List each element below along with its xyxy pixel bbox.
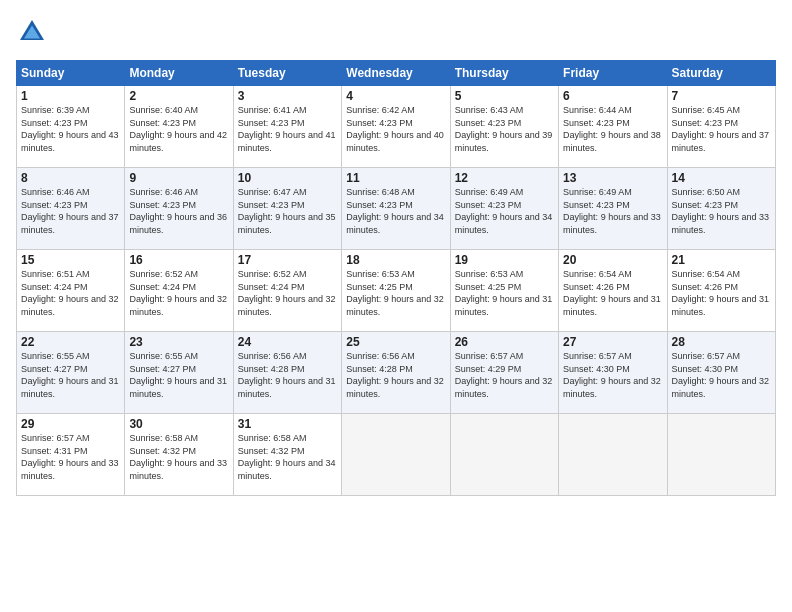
- day-number: 3: [238, 89, 337, 103]
- cell-info: Sunrise: 6:57 AM Sunset: 4:31 PM Dayligh…: [21, 432, 120, 482]
- calendar-week-row: 1 Sunrise: 6:39 AM Sunset: 4:23 PM Dayli…: [17, 86, 776, 168]
- calendar-table: Sunday Monday Tuesday Wednesday Thursday…: [16, 60, 776, 496]
- cell-info: Sunrise: 6:53 AM Sunset: 4:25 PM Dayligh…: [346, 268, 445, 318]
- table-row: 9 Sunrise: 6:46 AM Sunset: 4:23 PM Dayli…: [125, 168, 233, 250]
- day-number: 18: [346, 253, 445, 267]
- cell-info: Sunrise: 6:50 AM Sunset: 4:23 PM Dayligh…: [672, 186, 771, 236]
- day-number: 20: [563, 253, 662, 267]
- col-monday: Monday: [125, 61, 233, 86]
- logo-icon: [16, 16, 48, 48]
- cell-info: Sunrise: 6:55 AM Sunset: 4:27 PM Dayligh…: [129, 350, 228, 400]
- table-row: 4 Sunrise: 6:42 AM Sunset: 4:23 PM Dayli…: [342, 86, 450, 168]
- day-number: 13: [563, 171, 662, 185]
- cell-info: Sunrise: 6:40 AM Sunset: 4:23 PM Dayligh…: [129, 104, 228, 154]
- cell-info: Sunrise: 6:46 AM Sunset: 4:23 PM Dayligh…: [129, 186, 228, 236]
- day-number: 8: [21, 171, 120, 185]
- cell-info: Sunrise: 6:39 AM Sunset: 4:23 PM Dayligh…: [21, 104, 120, 154]
- cell-info: Sunrise: 6:49 AM Sunset: 4:23 PM Dayligh…: [563, 186, 662, 236]
- day-number: 11: [346, 171, 445, 185]
- table-row: 1 Sunrise: 6:39 AM Sunset: 4:23 PM Dayli…: [17, 86, 125, 168]
- calendar-header-row: Sunday Monday Tuesday Wednesday Thursday…: [17, 61, 776, 86]
- table-row: 27 Sunrise: 6:57 AM Sunset: 4:30 PM Dayl…: [559, 332, 667, 414]
- day-number: 9: [129, 171, 228, 185]
- day-number: 26: [455, 335, 554, 349]
- table-row: 31 Sunrise: 6:58 AM Sunset: 4:32 PM Dayl…: [233, 414, 341, 496]
- calendar-week-row: 22 Sunrise: 6:55 AM Sunset: 4:27 PM Dayl…: [17, 332, 776, 414]
- day-number: 25: [346, 335, 445, 349]
- cell-info: Sunrise: 6:57 AM Sunset: 4:30 PM Dayligh…: [672, 350, 771, 400]
- table-row: 22 Sunrise: 6:55 AM Sunset: 4:27 PM Dayl…: [17, 332, 125, 414]
- cell-info: Sunrise: 6:48 AM Sunset: 4:23 PM Dayligh…: [346, 186, 445, 236]
- cell-info: Sunrise: 6:55 AM Sunset: 4:27 PM Dayligh…: [21, 350, 120, 400]
- day-number: 30: [129, 417, 228, 431]
- table-row: 11 Sunrise: 6:48 AM Sunset: 4:23 PM Dayl…: [342, 168, 450, 250]
- table-row: 13 Sunrise: 6:49 AM Sunset: 4:23 PM Dayl…: [559, 168, 667, 250]
- header: [16, 16, 776, 48]
- table-row: 18 Sunrise: 6:53 AM Sunset: 4:25 PM Dayl…: [342, 250, 450, 332]
- table-row: 3 Sunrise: 6:41 AM Sunset: 4:23 PM Dayli…: [233, 86, 341, 168]
- cell-info: Sunrise: 6:52 AM Sunset: 4:24 PM Dayligh…: [129, 268, 228, 318]
- table-row: 8 Sunrise: 6:46 AM Sunset: 4:23 PM Dayli…: [17, 168, 125, 250]
- day-number: 23: [129, 335, 228, 349]
- calendar-week-row: 29 Sunrise: 6:57 AM Sunset: 4:31 PM Dayl…: [17, 414, 776, 496]
- day-number: 1: [21, 89, 120, 103]
- table-row: 21 Sunrise: 6:54 AM Sunset: 4:26 PM Dayl…: [667, 250, 775, 332]
- cell-info: Sunrise: 6:49 AM Sunset: 4:23 PM Dayligh…: [455, 186, 554, 236]
- table-row: [450, 414, 558, 496]
- day-number: 17: [238, 253, 337, 267]
- table-row: [667, 414, 775, 496]
- table-row: 25 Sunrise: 6:56 AM Sunset: 4:28 PM Dayl…: [342, 332, 450, 414]
- day-number: 7: [672, 89, 771, 103]
- day-number: 21: [672, 253, 771, 267]
- table-row: 20 Sunrise: 6:54 AM Sunset: 4:26 PM Dayl…: [559, 250, 667, 332]
- calendar-week-row: 8 Sunrise: 6:46 AM Sunset: 4:23 PM Dayli…: [17, 168, 776, 250]
- cell-info: Sunrise: 6:57 AM Sunset: 4:30 PM Dayligh…: [563, 350, 662, 400]
- col-wednesday: Wednesday: [342, 61, 450, 86]
- table-row: 14 Sunrise: 6:50 AM Sunset: 4:23 PM Dayl…: [667, 168, 775, 250]
- calendar-week-row: 15 Sunrise: 6:51 AM Sunset: 4:24 PM Dayl…: [17, 250, 776, 332]
- cell-info: Sunrise: 6:45 AM Sunset: 4:23 PM Dayligh…: [672, 104, 771, 154]
- day-number: 31: [238, 417, 337, 431]
- day-number: 29: [21, 417, 120, 431]
- table-row: 29 Sunrise: 6:57 AM Sunset: 4:31 PM Dayl…: [17, 414, 125, 496]
- table-row: [342, 414, 450, 496]
- day-number: 5: [455, 89, 554, 103]
- cell-info: Sunrise: 6:57 AM Sunset: 4:29 PM Dayligh…: [455, 350, 554, 400]
- col-thursday: Thursday: [450, 61, 558, 86]
- table-row: 23 Sunrise: 6:55 AM Sunset: 4:27 PM Dayl…: [125, 332, 233, 414]
- table-row: 15 Sunrise: 6:51 AM Sunset: 4:24 PM Dayl…: [17, 250, 125, 332]
- cell-info: Sunrise: 6:43 AM Sunset: 4:23 PM Dayligh…: [455, 104, 554, 154]
- day-number: 28: [672, 335, 771, 349]
- table-row: 26 Sunrise: 6:57 AM Sunset: 4:29 PM Dayl…: [450, 332, 558, 414]
- table-row: 10 Sunrise: 6:47 AM Sunset: 4:23 PM Dayl…: [233, 168, 341, 250]
- day-number: 22: [21, 335, 120, 349]
- table-row: 28 Sunrise: 6:57 AM Sunset: 4:30 PM Dayl…: [667, 332, 775, 414]
- table-row: 12 Sunrise: 6:49 AM Sunset: 4:23 PM Dayl…: [450, 168, 558, 250]
- cell-info: Sunrise: 6:46 AM Sunset: 4:23 PM Dayligh…: [21, 186, 120, 236]
- day-number: 10: [238, 171, 337, 185]
- table-row: 17 Sunrise: 6:52 AM Sunset: 4:24 PM Dayl…: [233, 250, 341, 332]
- cell-info: Sunrise: 6:56 AM Sunset: 4:28 PM Dayligh…: [238, 350, 337, 400]
- cell-info: Sunrise: 6:54 AM Sunset: 4:26 PM Dayligh…: [563, 268, 662, 318]
- day-number: 24: [238, 335, 337, 349]
- page: Sunday Monday Tuesday Wednesday Thursday…: [0, 0, 792, 612]
- day-number: 27: [563, 335, 662, 349]
- day-number: 15: [21, 253, 120, 267]
- cell-info: Sunrise: 6:51 AM Sunset: 4:24 PM Dayligh…: [21, 268, 120, 318]
- table-row: 16 Sunrise: 6:52 AM Sunset: 4:24 PM Dayl…: [125, 250, 233, 332]
- table-row: 6 Sunrise: 6:44 AM Sunset: 4:23 PM Dayli…: [559, 86, 667, 168]
- table-row: 24 Sunrise: 6:56 AM Sunset: 4:28 PM Dayl…: [233, 332, 341, 414]
- cell-info: Sunrise: 6:41 AM Sunset: 4:23 PM Dayligh…: [238, 104, 337, 154]
- day-number: 6: [563, 89, 662, 103]
- cell-info: Sunrise: 6:54 AM Sunset: 4:26 PM Dayligh…: [672, 268, 771, 318]
- table-row: 2 Sunrise: 6:40 AM Sunset: 4:23 PM Dayli…: [125, 86, 233, 168]
- day-number: 4: [346, 89, 445, 103]
- cell-info: Sunrise: 6:44 AM Sunset: 4:23 PM Dayligh…: [563, 104, 662, 154]
- table-row: [559, 414, 667, 496]
- cell-info: Sunrise: 6:56 AM Sunset: 4:28 PM Dayligh…: [346, 350, 445, 400]
- table-row: 19 Sunrise: 6:53 AM Sunset: 4:25 PM Dayl…: [450, 250, 558, 332]
- cell-info: Sunrise: 6:53 AM Sunset: 4:25 PM Dayligh…: [455, 268, 554, 318]
- col-saturday: Saturday: [667, 61, 775, 86]
- table-row: 7 Sunrise: 6:45 AM Sunset: 4:23 PM Dayli…: [667, 86, 775, 168]
- col-sunday: Sunday: [17, 61, 125, 86]
